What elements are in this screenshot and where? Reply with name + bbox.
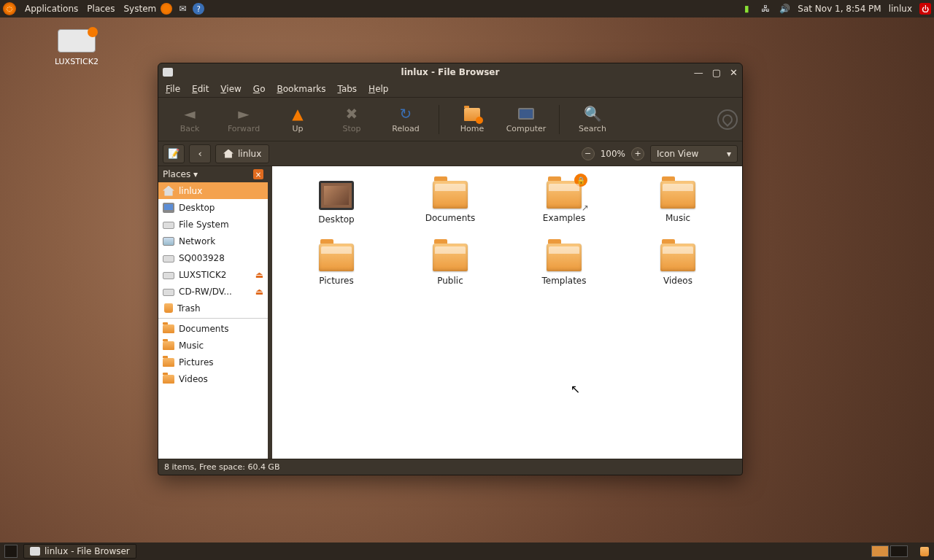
desktop-drive-label: LUXSTICK2 xyxy=(44,57,109,66)
menu-view[interactable]: View xyxy=(220,84,241,94)
zoom-in-button[interactable]: + xyxy=(631,147,644,160)
up-button[interactable]: ▲Up xyxy=(271,105,325,133)
sidebar-item-label: Desktop xyxy=(179,203,215,213)
workspace-1[interactable] xyxy=(871,545,889,557)
toolbar-separator xyxy=(439,105,439,134)
sidebar-item-label: SQ003928 xyxy=(179,253,225,263)
network-icon[interactable]: 🖧 xyxy=(760,3,771,15)
computer-icon xyxy=(518,105,534,122)
panel-clock[interactable]: Sat Nov 1, 8:54 PM xyxy=(798,4,881,14)
menu-go[interactable]: Go xyxy=(253,84,266,94)
home-icon xyxy=(464,105,480,122)
panel-username[interactable]: linlux xyxy=(889,4,912,14)
sidebar-item-label: Pictures xyxy=(179,357,214,368)
show-desktop-button[interactable] xyxy=(4,545,18,558)
zoom-out-button[interactable]: − xyxy=(582,147,595,160)
gnome-foot-icon xyxy=(717,109,738,130)
file-item-videos[interactable]: Videos xyxy=(636,244,720,286)
sidebar-place-linlux[interactable]: linlux xyxy=(158,182,268,199)
panel-menus: Applications Places System xyxy=(25,4,156,14)
file-item-templates[interactable]: Templates xyxy=(522,244,606,286)
file-item-public[interactable]: Public xyxy=(408,244,493,286)
menu-edit[interactable]: Edit xyxy=(192,84,209,94)
sidebar-place-cd-rw-dv-[interactable]: CD-RW/DV...⏏ xyxy=(158,283,268,300)
sidebar-item-label: CD-RW/DV... xyxy=(179,287,232,297)
battery-icon[interactable]: ▮ xyxy=(741,3,752,15)
reload-button[interactable]: ↻Reload xyxy=(379,105,433,133)
shutdown-icon[interactable]: ⏻ xyxy=(919,3,931,15)
folder-icon xyxy=(319,244,354,271)
menu-help[interactable]: Help xyxy=(368,84,388,94)
folder-icon xyxy=(163,358,174,367)
volume-icon[interactable]: 🔊 xyxy=(779,3,790,15)
file-label: Desktop xyxy=(318,214,355,225)
sidebar-place-trash[interactable]: Trash xyxy=(158,300,268,316)
menu-file[interactable]: File xyxy=(166,84,180,94)
file-item-music[interactable]: Music xyxy=(636,181,720,225)
file-item-pictures[interactable]: Pictures xyxy=(294,244,379,286)
path-segment-home[interactable]: linlux xyxy=(215,144,269,163)
computer-button[interactable]: Computer xyxy=(499,105,553,133)
search-button[interactable]: 🔍Search xyxy=(566,105,620,133)
edit-location-button[interactable]: 📝 xyxy=(163,144,185,163)
view-mode-label: Icon View xyxy=(657,149,698,159)
eject-icon[interactable]: ⏏ xyxy=(255,270,263,280)
trash-applet-icon[interactable] xyxy=(918,545,930,557)
statusbar: 8 items, Free space: 60.4 GB xyxy=(158,459,742,475)
sidebar-item-label: LUXSTICK2 xyxy=(179,270,226,280)
sidebar-bookmark-pictures[interactable]: Pictures xyxy=(158,354,268,370)
computer-label: Computer xyxy=(506,124,547,133)
home-button[interactable]: Home xyxy=(445,105,499,133)
sidebar-bookmark-music[interactable]: Music xyxy=(158,337,268,354)
path-back-button[interactable]: ‹ xyxy=(189,144,211,163)
drive-icon xyxy=(163,289,174,296)
window-title: linlux - File Browser xyxy=(401,67,500,77)
help-icon[interactable]: ? xyxy=(193,3,204,15)
sidebar-place-file-system[interactable]: File System xyxy=(158,216,268,233)
firefox-icon[interactable] xyxy=(161,3,172,15)
sidebar-bookmark-videos[interactable]: Videos xyxy=(158,370,268,387)
ubuntu-logo-icon[interactable]: ◌ xyxy=(3,2,16,15)
menu-bookmarks[interactable]: Bookmarks xyxy=(277,84,325,94)
sidebar-place-desktop[interactable]: Desktop xyxy=(158,199,268,216)
sidebar-item-label: File System xyxy=(179,219,229,230)
back-button[interactable]: ◄Back xyxy=(163,105,217,133)
file-item-documents[interactable]: Documents xyxy=(408,181,493,225)
close-button[interactable]: ✕ xyxy=(730,67,738,78)
menu-places[interactable]: Places xyxy=(87,4,115,14)
folder-icon xyxy=(163,341,174,350)
menu-tabs[interactable]: Tabs xyxy=(338,84,358,94)
file-label: Templates xyxy=(541,276,586,286)
sidebar-header[interactable]: Places ▾ × xyxy=(158,166,268,182)
sidebar-place-luxstick2[interactable]: LUXSTICK2⏏ xyxy=(158,266,268,283)
menu-applications[interactable]: Applications xyxy=(25,4,78,14)
sidebar-bookmark-documents[interactable]: Documents xyxy=(158,320,268,337)
mail-icon[interactable]: ✉ xyxy=(177,3,188,15)
sidebar-close-icon[interactable]: × xyxy=(253,169,263,179)
desktop-folder-icon xyxy=(319,181,354,210)
workspace-2[interactable] xyxy=(890,545,908,557)
titlebar[interactable]: linlux - File Browser — ▢ ✕ xyxy=(158,63,742,81)
zoom-level: 100% xyxy=(601,149,625,159)
file-label: Public xyxy=(437,276,463,286)
sidebar-place-network[interactable]: Network xyxy=(158,233,268,249)
sidebar-item-label: Trash xyxy=(177,303,201,314)
folder-icon xyxy=(433,244,468,271)
top-panel: ◌ Applications Places System ✉ ? ▮ 🖧 🔊 S… xyxy=(0,0,934,18)
file-item-examples[interactable]: 🔒↗Examples xyxy=(522,181,606,225)
view-mode-select[interactable]: Icon View▾ xyxy=(650,145,738,163)
sidebar-place-sq003928[interactable]: SQ003928 xyxy=(158,249,268,266)
desktop-drive-icon[interactable]: LUXSTICK2 xyxy=(44,29,109,66)
task-app-icon xyxy=(30,547,40,556)
menu-system[interactable]: System xyxy=(123,4,156,14)
minimize-button[interactable]: — xyxy=(694,67,703,78)
file-label: Pictures xyxy=(319,276,354,286)
workspace-switcher[interactable] xyxy=(871,545,908,557)
maximize-button[interactable]: ▢ xyxy=(712,67,721,78)
file-item-desktop[interactable]: Desktop xyxy=(294,181,379,225)
eject-icon[interactable]: ⏏ xyxy=(255,287,263,297)
taskbar-item-file-browser[interactable]: linlux - File Browser xyxy=(23,544,136,559)
panel-tray: ▮ 🖧 🔊 Sat Nov 1, 8:54 PM linlux ⏻ xyxy=(741,3,931,15)
forward-button[interactable]: ►Forward xyxy=(217,105,271,133)
file-view[interactable]: DesktopDocuments🔒↗ExamplesMusicPicturesP… xyxy=(268,166,742,459)
